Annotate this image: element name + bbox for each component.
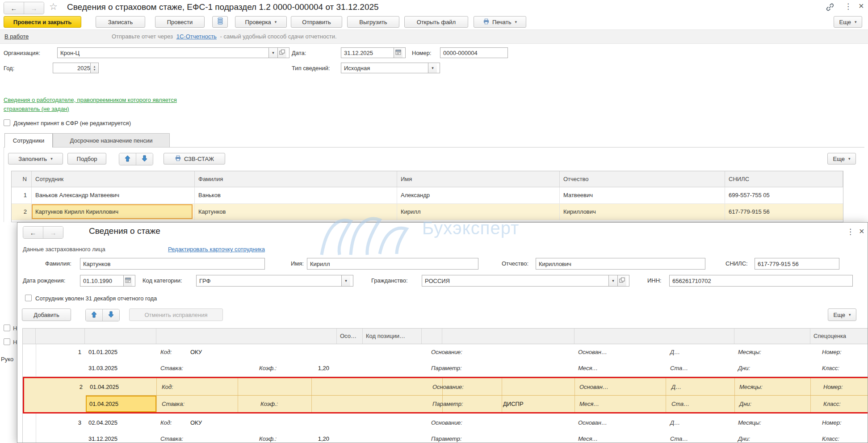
dialog-move-up-button[interactable]	[86, 309, 103, 321]
undo-corrections-button[interactable]: Отменить исправления	[129, 308, 223, 321]
dialog-forward-button[interactable]: →	[43, 227, 63, 238]
tab-employees[interactable]: Сотрудники	[4, 133, 53, 148]
grid-row-1-line-2[interactable]: 31.03.2025 Ставка: Коэф.: 1,20 Параметр:…	[23, 360, 868, 376]
chevron-down-icon: ▾	[272, 51, 274, 55]
edit-employee-card-link[interactable]: Редактировать карточку сотрудника	[168, 246, 265, 253]
save-button[interactable]: Записать	[96, 16, 145, 28]
category-dropdown-button[interactable]: ▾	[341, 275, 350, 286]
number-input[interactable]: 0000-000004	[440, 47, 508, 58]
grid-row-1-line-1[interactable]: 1 01.01.2025 Код: ОКУ Основание: Основан…	[23, 344, 868, 360]
open-file-button[interactable]: Открыть файл	[404, 16, 468, 28]
col-header-employee[interactable]: Сотрудник	[32, 171, 195, 187]
lastname-input[interactable]: Картунков	[80, 258, 265, 270]
insured-person-section-label: Данные застрахованного лица	[23, 246, 105, 253]
back-button[interactable]: ←	[4, 2, 24, 14]
birthdate-calendar-button[interactable]	[123, 275, 132, 286]
citizenship-choose-button[interactable]	[617, 275, 626, 286]
grid-selected-cell[interactable]: 01.04.2025	[86, 396, 156, 412]
col-header-firstname[interactable]: Имя	[397, 171, 560, 187]
chevron-down-icon: ▾	[275, 20, 277, 24]
table-row-selected[interactable]: 2 Картунков Кирилл Кириллович Картунков …	[12, 204, 843, 220]
hidden-checkbox-2[interactable]	[4, 338, 10, 345]
dialog-menu-kebab-icon[interactable]: ⋮	[847, 227, 854, 236]
post-and-close-button[interactable]: Провести и закрыть	[4, 16, 81, 28]
employer-link-line2[interactable]: страхователь (не задан)	[4, 105, 69, 112]
fill-button[interactable]: Заполнить▾	[8, 153, 63, 165]
print-button[interactable]: Печать▾	[474, 16, 526, 28]
chevron-down-icon: ▾	[50, 156, 53, 161]
dialog-move-row-buttons	[85, 309, 120, 321]
more-button[interactable]: Еще▾	[834, 16, 862, 28]
dialog-move-down-button[interactable]	[103, 309, 119, 321]
szv-stazh-print-button[interactable]: СЗВ-СТАЖ	[164, 153, 225, 165]
citizenship-input[interactable]: РОССИЯ ▾	[422, 275, 629, 287]
favorite-star-icon[interactable]: ☆	[49, 1, 58, 12]
date-calendar-button[interactable]	[394, 48, 403, 58]
page-title: Сведения о страховом стаже, ЕФС-1 подраз…	[67, 2, 379, 12]
selected-cell[interactable]: Картунков Кирилл Кириллович	[32, 204, 195, 220]
inn-input[interactable]: 656261710702	[669, 275, 853, 287]
status-state-link[interactable]: В работе	[4, 33, 29, 40]
dismissed-checkbox[interactable]	[25, 295, 32, 301]
tab-early-pension[interactable]: Досрочное назначение пенсии	[53, 133, 170, 148]
window-menu-kebab-icon[interactable]: ⋮	[844, 2, 852, 11]
window-close-icon[interactable]: ×	[859, 1, 864, 11]
organization-input[interactable]: Крон-Ц ▾	[57, 47, 289, 58]
hidden-label-1: Н	[13, 325, 17, 332]
1c-reporting-link[interactable]: 1С-Отчетность	[176, 33, 217, 40]
stazh-dialog: ← → Сведения о стаже ⋮ × Данные застрахо…	[17, 222, 868, 443]
lastname-label: Фамилия:	[45, 260, 71, 267]
category-code-input[interactable]: ГРФ ▾	[196, 275, 353, 287]
show-postings-button[interactable]	[212, 16, 228, 28]
get-link-icon[interactable]	[826, 3, 834, 13]
send-button[interactable]: Отправить	[291, 16, 342, 28]
snils-input[interactable]: 617-779-915 56	[755, 258, 839, 270]
col-header-middlename[interactable]: Отчество	[560, 171, 725, 187]
dialog-back-button[interactable]: ←	[23, 227, 43, 238]
hidden-checkbox-1[interactable]	[4, 325, 10, 331]
birthdate-input[interactable]: 01.10.1990	[80, 275, 135, 287]
col-header-snils[interactable]: СНИЛС	[725, 171, 843, 187]
add-button[interactable]: Добавить	[22, 308, 71, 321]
move-up-button[interactable]	[119, 153, 136, 165]
forward-button[interactable]: →	[24, 2, 44, 14]
export-button[interactable]: Выгрузить	[347, 16, 399, 28]
dialog-close-icon[interactable]: ×	[859, 226, 864, 236]
info-type-input[interactable]: Исходная ▾	[341, 63, 440, 73]
forward-icon: →	[31, 4, 38, 12]
employer-link-line1[interactable]: Сведения о работодателе, правопреемником…	[4, 97, 177, 103]
info-type-dropdown-button[interactable]: ▾	[428, 63, 437, 73]
middlename-input[interactable]: Кириллович	[536, 258, 705, 270]
post-button[interactable]: Провести	[155, 16, 205, 28]
citizenship-dropdown-button[interactable]: ▾	[608, 275, 617, 286]
date-input[interactable]: 31.12.2025	[341, 47, 406, 58]
accepted-in-sfr-checkbox[interactable]	[4, 119, 10, 126]
year-spinner[interactable]: ▴ ▾	[90, 63, 98, 73]
grid-row-3-line-2[interactable]: 31.12.2025 Ставка: Коэф.: 1,20 Параметр:…	[23, 431, 868, 443]
pick-button[interactable]: Подбор	[67, 153, 106, 165]
table-row[interactable]: 1 Ваньков Александр Матвеевич Ваньков Ал…	[12, 187, 843, 204]
grid-row-2-highlighted[interactable]: 2 01.04.2025 Код: Основание: Основан… Д……	[23, 377, 868, 413]
check-button[interactable]: Проверка▾	[235, 16, 287, 28]
move-down-button[interactable]	[136, 153, 153, 165]
grid-row-3-line-1[interactable]: 3 02.04.2025 Код: ОКУ Основание: Основан…	[23, 415, 868, 431]
col-header-n[interactable]: N	[12, 171, 32, 187]
grid-row-2-line-1[interactable]: 2 01.04.2025 Код: Основание: Основан… Д……	[24, 379, 868, 395]
firstname-input[interactable]: Кирилл	[307, 258, 478, 270]
spinner-down-icon[interactable]: ▾	[94, 68, 96, 71]
grid-col-position-code[interactable]: Код позиции…	[363, 329, 422, 344]
grid-col-spec-assessment[interactable]: Спецоценка	[810, 329, 868, 344]
dialog-more-button[interactable]: Еще▾	[828, 308, 856, 321]
year-input[interactable]: 2025 ▴ ▾	[53, 63, 99, 73]
chevron-down-icon: ▾	[855, 20, 857, 24]
grid-col-special[interactable]: Осо…	[337, 329, 363, 344]
info-type-label: Тип сведений:	[292, 65, 330, 72]
spinner-up-icon[interactable]: ▴	[94, 65, 96, 68]
chevron-down-icon: ▾	[612, 278, 614, 283]
tab-more-button[interactable]: Еще▾	[827, 153, 856, 165]
dialog-history-nav: ← →	[23, 226, 63, 239]
col-header-lastname[interactable]: Фамилия	[195, 171, 397, 187]
organization-choose-button[interactable]	[277, 48, 286, 58]
move-down-icon	[142, 155, 147, 163]
organization-dropdown-button[interactable]: ▾	[268, 48, 277, 58]
